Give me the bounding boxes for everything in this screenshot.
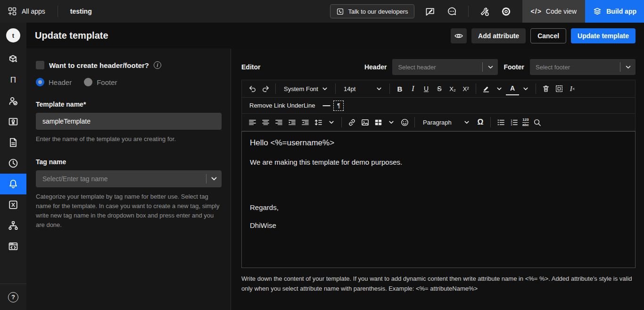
show-invisible-chars-button[interactable]: ¶ — [333, 101, 344, 111]
radio-header[interactable]: Header — [36, 78, 72, 86]
talk-to-developers-button[interactable]: Talk to our developers — [330, 4, 414, 18]
search-icon[interactable] — [531, 116, 544, 129]
link-icon[interactable] — [345, 116, 358, 129]
editor-line[interactable] — [250, 176, 627, 194]
template-form-panel: Want to create header/footer? i Header F… — [26, 49, 231, 310]
chevron-down-icon[interactable] — [493, 82, 506, 95]
topbar-divider — [58, 6, 58, 17]
chevron-down-icon — [464, 121, 469, 124]
sidebar-item-user-check[interactable] — [0, 91, 26, 111]
phone-icon — [336, 8, 344, 16]
top-bar: All apps testing Talk to our developers — [0, 0, 644, 23]
preview-eye-button[interactable] — [451, 28, 467, 43]
radio-header-control[interactable] — [36, 78, 44, 86]
editor-line[interactable]: DhiWise — [250, 221, 627, 230]
footer-select-placeholder: Select footer — [530, 64, 620, 71]
subscript-button[interactable]: X₂ — [446, 82, 459, 95]
align-center-icon[interactable] — [259, 116, 272, 129]
indent-icon[interactable] — [285, 116, 298, 129]
special-character-button[interactable]: Ω — [474, 116, 487, 129]
tag-name-label: Tag name — [36, 158, 221, 166]
chevron-down-icon[interactable] — [385, 116, 398, 129]
sidebar-item-help[interactable]: ? — [0, 284, 26, 310]
chevron-down-icon[interactable] — [483, 66, 498, 69]
sidebar-item-variable[interactable] — [0, 194, 26, 215]
font-family-select[interactable]: System Font — [279, 82, 332, 95]
remove-link-underline-button[interactable]: Remove Link UnderLine — [246, 102, 319, 109]
list-style-button[interactable]: 123 abc — [520, 118, 531, 127]
editor-content-area[interactable]: Hello <%=username%> We are making this t… — [241, 131, 636, 268]
image-icon[interactable] — [358, 116, 372, 129]
sidebar-item-cube[interactable] — [0, 49, 26, 70]
code-brackets-icon: </> — [531, 8, 542, 15]
current-app-name[interactable]: testing — [70, 8, 92, 15]
bold-button[interactable]: B — [393, 82, 406, 95]
select-all-dashed-icon[interactable] — [553, 82, 566, 95]
sidebar-item-notifications[interactable] — [0, 174, 26, 194]
pilcrow-glyph: ¶ — [337, 102, 340, 109]
tag-name-input[interactable] — [36, 175, 206, 183]
clear-format-x: × — [572, 86, 575, 92]
align-right-icon[interactable] — [272, 116, 285, 129]
avatar[interactable]: t — [6, 28, 20, 42]
header-footer-checkbox[interactable] — [36, 61, 44, 69]
tag-name-select[interactable] — [36, 170, 222, 187]
font-size-value: 14pt — [344, 85, 373, 92]
clear-formatting-button[interactable]: I× — [566, 82, 579, 95]
redo-icon[interactable] — [259, 82, 272, 95]
page-title: Update template — [35, 30, 108, 41]
trash-icon[interactable] — [539, 82, 553, 95]
feedback-compose-icon[interactable] — [425, 6, 436, 17]
code-view-button[interactable]: </> Code view — [522, 0, 586, 23]
font-color-button[interactable]: A — [506, 82, 519, 95]
editor-line[interactable]: Hello <%=username%> — [250, 138, 627, 148]
sidebar-item-pi[interactable]: Π — [0, 70, 26, 91]
superscript-button[interactable]: X² — [459, 82, 472, 95]
tools-wrench-icon[interactable] — [479, 6, 490, 17]
cancel-button[interactable]: Cancel — [530, 28, 566, 43]
sidebar-item-clock[interactable] — [0, 153, 26, 174]
template-name-input[interactable] — [36, 113, 222, 130]
update-template-button[interactable]: Update template — [571, 28, 636, 43]
chevron-down-icon[interactable] — [519, 82, 532, 95]
editor-line[interactable]: We are making this template for demo pur… — [250, 158, 627, 167]
paragraph-format-select[interactable]: Paragraph — [418, 116, 474, 129]
all-apps-link[interactable]: All apps — [22, 8, 45, 15]
highlight-pen-icon[interactable] — [479, 82, 493, 95]
undo-icon[interactable] — [246, 82, 259, 95]
emoji-icon[interactable] — [398, 116, 411, 129]
chevron-down-icon[interactable] — [620, 66, 636, 69]
radio-footer-control[interactable] — [84, 78, 92, 86]
sidebar-item-code-window[interactable] — [0, 236, 26, 257]
line-height-icon[interactable] — [312, 116, 325, 129]
chevron-down-icon[interactable] — [325, 116, 338, 129]
chevron-down-icon[interactable] — [206, 177, 222, 181]
font-size-select[interactable]: 14pt — [339, 82, 386, 95]
chevron-down-icon — [377, 87, 381, 91]
gear-icon[interactable] — [501, 6, 512, 17]
chat-icon[interactable] — [446, 6, 458, 17]
underline-button[interactable]: U — [420, 82, 433, 95]
numbered-list-icon[interactable]: 123 — [507, 116, 520, 129]
rich-text-toolbar: System Font 14pt B I U — [241, 80, 636, 131]
radio-footer[interactable]: Footer — [84, 78, 117, 86]
add-attribute-button[interactable]: Add attribute — [471, 28, 526, 43]
italic-button[interactable]: I — [406, 82, 420, 95]
horizontal-rule-button[interactable]: — — [319, 101, 333, 110]
template-name-help: Enter the name of the template you are c… — [36, 134, 223, 144]
layers-icon — [593, 7, 602, 16]
table-icon[interactable] — [372, 116, 385, 129]
build-app-button[interactable]: Build app — [585, 0, 644, 23]
sidebar-item-hierarchy[interactable] — [0, 215, 26, 236]
header-select[interactable]: Select header — [392, 59, 498, 75]
bullet-list-icon[interactable] — [494, 116, 507, 129]
align-left-icon[interactable] — [246, 116, 259, 129]
sidebar-item-document[interactable] — [0, 132, 26, 153]
outdent-icon[interactable] — [298, 116, 312, 129]
all-apps-icon[interactable] — [8, 7, 17, 16]
info-icon[interactable]: i — [154, 61, 161, 69]
sidebar-item-certificate[interactable] — [0, 111, 26, 132]
editor-line[interactable]: Regards, — [250, 203, 627, 212]
strikethrough-button[interactable]: S — [433, 82, 446, 95]
footer-select[interactable]: Select footer — [530, 59, 636, 75]
